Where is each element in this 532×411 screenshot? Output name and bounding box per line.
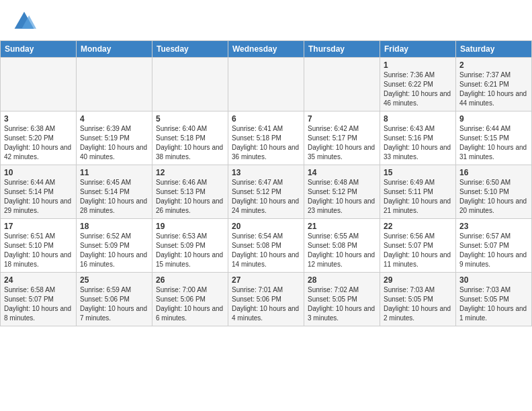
calendar-header-thursday: Thursday — [304, 41, 380, 58]
day-info: Sunrise: 7:36 AM Sunset: 6:22 PM Dayligh… — [384, 71, 452, 108]
calendar-cell-1-4: 7Sunrise: 6:42 AM Sunset: 5:17 PM Daylig… — [304, 111, 380, 165]
day-info: Sunrise: 6:43 AM Sunset: 5:16 PM Dayligh… — [384, 124, 452, 162]
calendar-cell-2-4: 14Sunrise: 6:48 AM Sunset: 5:12 PM Dayli… — [304, 165, 380, 219]
calendar-cell-0-2 — [152, 58, 228, 111]
calendar-header-saturday: Saturday — [456, 41, 532, 58]
calendar-cell-3-3: 20Sunrise: 6:54 AM Sunset: 5:08 PM Dayli… — [228, 219, 304, 273]
day-number: 14 — [308, 168, 376, 177]
day-number: 23 — [459, 222, 528, 231]
day-info: Sunrise: 6:42 AM Sunset: 5:17 PM Dayligh… — [308, 124, 376, 162]
calendar-header-friday: Friday — [380, 41, 456, 58]
day-info: Sunrise: 6:59 AM Sunset: 5:06 PM Dayligh… — [80, 285, 148, 323]
day-number: 1 — [384, 60, 452, 70]
day-info: Sunrise: 6:45 AM Sunset: 5:14 PM Dayligh… — [80, 178, 148, 216]
page: SundayMondayTuesdayWednesdayThursdayFrid… — [0, 0, 532, 411]
day-info: Sunrise: 7:01 AM Sunset: 5:06 PM Dayligh… — [232, 285, 300, 323]
calendar-cell-0-0 — [1, 58, 77, 111]
day-info: Sunrise: 7:37 AM Sunset: 6:21 PM Dayligh… — [459, 71, 528, 108]
day-number: 22 — [384, 222, 452, 231]
day-number: 17 — [4, 222, 73, 231]
calendar-cell-4-1: 25Sunrise: 6:59 AM Sunset: 5:06 PM Dayli… — [77, 273, 152, 326]
calendar-cell-4-2: 26Sunrise: 7:00 AM Sunset: 5:06 PM Dayli… — [152, 273, 228, 326]
day-number: 5 — [156, 114, 224, 124]
day-number: 24 — [4, 275, 73, 285]
calendar-cell-0-1 — [77, 58, 152, 111]
calendar-header-row: SundayMondayTuesdayWednesdayThursdayFrid… — [1, 41, 532, 58]
day-number: 3 — [4, 114, 73, 124]
calendar-cell-2-0: 10Sunrise: 6:44 AM Sunset: 5:14 PM Dayli… — [1, 165, 77, 219]
day-info: Sunrise: 6:46 AM Sunset: 5:13 PM Dayligh… — [156, 178, 224, 216]
day-info: Sunrise: 6:39 AM Sunset: 5:19 PM Dayligh… — [80, 124, 148, 162]
day-info: Sunrise: 7:02 AM Sunset: 5:05 PM Dayligh… — [308, 285, 376, 323]
calendar-cell-1-1: 4Sunrise: 6:39 AM Sunset: 5:19 PM Daylig… — [77, 111, 152, 165]
day-number: 9 — [459, 114, 528, 124]
day-info: Sunrise: 6:55 AM Sunset: 5:08 PM Dayligh… — [308, 232, 376, 269]
calendar-cell-4-0: 24Sunrise: 6:58 AM Sunset: 5:07 PM Dayli… — [1, 273, 77, 326]
day-info: Sunrise: 7:03 AM Sunset: 5:05 PM Dayligh… — [459, 285, 528, 323]
day-info: Sunrise: 7:00 AM Sunset: 5:06 PM Dayligh… — [156, 285, 224, 323]
day-number: 12 — [156, 168, 224, 177]
calendar-cell-4-6: 30Sunrise: 7:03 AM Sunset: 5:05 PM Dayli… — [456, 273, 532, 326]
day-info: Sunrise: 6:41 AM Sunset: 5:18 PM Dayligh… — [232, 124, 300, 162]
day-info: Sunrise: 6:58 AM Sunset: 5:07 PM Dayligh… — [4, 285, 73, 323]
calendar-cell-1-5: 8Sunrise: 6:43 AM Sunset: 5:16 PM Daylig… — [380, 111, 456, 165]
day-number: 6 — [232, 114, 300, 124]
calendar-cell-2-1: 11Sunrise: 6:45 AM Sunset: 5:14 PM Dayli… — [77, 165, 152, 219]
day-number: 11 — [80, 168, 148, 177]
day-info: Sunrise: 6:51 AM Sunset: 5:10 PM Dayligh… — [4, 232, 73, 269]
day-number: 27 — [232, 275, 300, 285]
calendar-cell-3-4: 21Sunrise: 6:55 AM Sunset: 5:08 PM Dayli… — [304, 219, 380, 273]
calendar-cell-4-3: 27Sunrise: 7:01 AM Sunset: 5:06 PM Dayli… — [228, 273, 304, 326]
day-number: 13 — [232, 168, 300, 177]
day-info: Sunrise: 6:47 AM Sunset: 5:12 PM Dayligh… — [232, 178, 300, 216]
day-number: 21 — [308, 222, 376, 231]
calendar-cell-3-5: 22Sunrise: 6:56 AM Sunset: 5:07 PM Dayli… — [380, 219, 456, 273]
calendar-cell-0-6: 2Sunrise: 7:37 AM Sunset: 6:21 PM Daylig… — [456, 58, 532, 111]
calendar-header-tuesday: Tuesday — [152, 41, 228, 58]
day-number: 2 — [459, 60, 528, 70]
calendar-cell-0-3 — [228, 58, 304, 111]
calendar-cell-1-6: 9Sunrise: 6:44 AM Sunset: 5:15 PM Daylig… — [456, 111, 532, 165]
calendar-cell-3-6: 23Sunrise: 6:57 AM Sunset: 5:07 PM Dayli… — [456, 219, 532, 273]
calendar-cell-4-4: 28Sunrise: 7:02 AM Sunset: 5:05 PM Dayli… — [304, 273, 380, 326]
day-info: Sunrise: 6:38 AM Sunset: 5:20 PM Dayligh… — [4, 124, 73, 162]
calendar-week-1: 3Sunrise: 6:38 AM Sunset: 5:20 PM Daylig… — [1, 111, 532, 165]
calendar-cell-2-2: 12Sunrise: 6:46 AM Sunset: 5:13 PM Dayli… — [152, 165, 228, 219]
calendar-cell-3-2: 19Sunrise: 6:53 AM Sunset: 5:09 PM Dayli… — [152, 219, 228, 273]
logo-icon — [12, 9, 36, 34]
calendar-cell-4-5: 29Sunrise: 7:03 AM Sunset: 5:05 PM Dayli… — [380, 273, 456, 326]
day-info: Sunrise: 6:49 AM Sunset: 5:11 PM Dayligh… — [384, 178, 452, 216]
day-number: 19 — [156, 222, 224, 231]
calendar-cell-1-3: 6Sunrise: 6:41 AM Sunset: 5:18 PM Daylig… — [228, 111, 304, 165]
calendar-week-3: 17Sunrise: 6:51 AM Sunset: 5:10 PM Dayli… — [1, 219, 532, 273]
day-info: Sunrise: 6:53 AM Sunset: 5:09 PM Dayligh… — [156, 232, 224, 269]
day-info: Sunrise: 6:48 AM Sunset: 5:12 PM Dayligh… — [308, 178, 376, 216]
calendar-cell-2-6: 16Sunrise: 6:50 AM Sunset: 5:10 PM Dayli… — [456, 165, 532, 219]
logo — [12, 9, 39, 34]
day-number: 26 — [156, 275, 224, 285]
day-number: 15 — [384, 168, 452, 177]
calendar-week-0: 1Sunrise: 7:36 AM Sunset: 6:22 PM Daylig… — [1, 58, 532, 111]
day-info: Sunrise: 7:03 AM Sunset: 5:05 PM Dayligh… — [384, 285, 452, 323]
day-number: 4 — [80, 114, 148, 124]
day-info: Sunrise: 6:52 AM Sunset: 5:09 PM Dayligh… — [80, 232, 148, 269]
day-number: 28 — [308, 275, 376, 285]
calendar-cell-3-1: 18Sunrise: 6:52 AM Sunset: 5:09 PM Dayli… — [77, 219, 152, 273]
day-number: 29 — [384, 275, 452, 285]
day-info: Sunrise: 6:50 AM Sunset: 5:10 PM Dayligh… — [459, 178, 528, 216]
day-number: 16 — [459, 168, 528, 177]
day-number: 8 — [384, 114, 452, 124]
calendar-table: SundayMondayTuesdayWednesdayThursdayFrid… — [0, 40, 532, 326]
calendar-cell-0-5: 1Sunrise: 7:36 AM Sunset: 6:22 PM Daylig… — [380, 58, 456, 111]
day-number: 7 — [308, 114, 376, 124]
day-number: 10 — [4, 168, 73, 177]
calendar-cell-2-5: 15Sunrise: 6:49 AM Sunset: 5:11 PM Dayli… — [380, 165, 456, 219]
day-info: Sunrise: 6:56 AM Sunset: 5:07 PM Dayligh… — [384, 232, 452, 269]
calendar-header-monday: Monday — [77, 41, 152, 58]
calendar-cell-1-2: 5Sunrise: 6:40 AM Sunset: 5:18 PM Daylig… — [152, 111, 228, 165]
day-info: Sunrise: 6:40 AM Sunset: 5:18 PM Dayligh… — [156, 124, 224, 162]
calendar-week-2: 10Sunrise: 6:44 AM Sunset: 5:14 PM Dayli… — [1, 165, 532, 219]
day-number: 20 — [232, 222, 300, 231]
calendar-cell-0-4 — [304, 58, 380, 111]
day-info: Sunrise: 6:44 AM Sunset: 5:15 PM Dayligh… — [459, 124, 528, 162]
